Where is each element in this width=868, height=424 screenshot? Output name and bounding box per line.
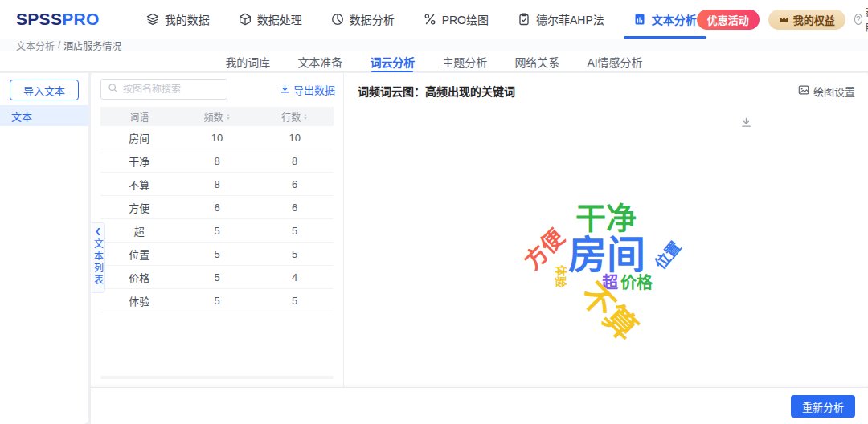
table-row[interactable]: 房间1010 — [100, 126, 334, 149]
value-cell: 8 — [178, 178, 256, 190]
app-logo[interactable]: SPSSPRO — [16, 10, 100, 29]
value-cell: 10 — [256, 132, 334, 144]
top-nav-bar: SPSSPRO 我的数据 数据处理 数据分析 PRO绘图 德尔菲AHP法 文本分… — [0, 0, 868, 39]
table-row[interactable]: 位置55 — [100, 243, 334, 266]
column-word: 词语 — [100, 110, 178, 124]
table-row[interactable]: 干净88 — [100, 149, 334, 173]
table-row[interactable]: 体验55 — [100, 289, 334, 312]
word-cell: 超 — [100, 223, 178, 238]
word-cell: 价格 — [100, 270, 178, 285]
clipboard-check-icon — [518, 13, 530, 26]
sort-icon[interactable]: ▲▼ — [303, 113, 308, 120]
help-button[interactable]: ? 帮助 — [854, 4, 868, 35]
table-row[interactable]: 不算86 — [100, 173, 334, 196]
import-text-button[interactable]: 导入文本 — [10, 80, 79, 100]
value-cell: 5 — [256, 248, 334, 260]
wordcloud-panel: 词频词云图：高频出现的关键词 绘图设置 干净房间方便体验位置超价格不算 — [345, 73, 868, 387]
breadcrumb-separator: / — [58, 39, 60, 51]
breadcrumb: 文本分析 / 酒店服务情况 — [0, 39, 868, 51]
tab-my-dictionary[interactable]: 我的词库 — [225, 51, 270, 72]
sort-icon[interactable]: ▲▼ — [226, 113, 231, 120]
collapse-text-list-button[interactable]: ❮ 文本列表 — [92, 222, 105, 293]
sidebar-item-text[interactable]: 文本 — [0, 105, 88, 126]
export-label: 导出数据 — [293, 82, 335, 97]
wordcloud-word: 干净 — [575, 203, 637, 234]
table-row[interactable]: 超55 — [100, 219, 334, 243]
column-frequency[interactable]: 频数▲▼ — [178, 110, 256, 124]
table-row[interactable]: 方便66 — [100, 196, 334, 219]
word-cell: 方便 — [100, 200, 178, 215]
pie-icon — [331, 13, 344, 26]
word-frequency-panel: 导出数据 词语 频数▲▼ 行数▲▼ 房间1010干净88不算86方便66超55位… — [91, 73, 344, 387]
value-cell: 6 — [256, 178, 334, 190]
value-cell: 5 — [178, 225, 256, 237]
benefits-button[interactable]: 我的权益 — [768, 10, 845, 30]
text-list-sidebar: 导入文本 文本 — [0, 73, 88, 424]
value-cell: 5 — [178, 248, 256, 260]
wordcloud-word: 房间 — [568, 236, 645, 275]
value-cell: 5 — [178, 295, 256, 307]
table-row[interactable]: 价格54 — [100, 266, 334, 289]
nav-item-text-analysis[interactable]: 文本分析 — [633, 0, 697, 39]
question-circle-icon: ? — [854, 14, 862, 25]
table-header: 词语 频数▲▼ 行数▲▼ — [100, 107, 334, 126]
word-cell: 位置 — [100, 247, 178, 262]
main-panel: 导出数据 词语 频数▲▼ 行数▲▼ 房间1010干净88不算86方便66超55位… — [91, 73, 868, 387]
column-rows[interactable]: 行数▲▼ — [256, 110, 334, 124]
tab-wordcloud-analysis[interactable]: 词云分析 — [370, 51, 415, 72]
tab-network-relation[interactable]: 网络关系 — [514, 51, 559, 72]
crown-icon — [779, 14, 789, 26]
nav-label: 数据处理 — [257, 11, 302, 27]
word-cell: 干净 — [100, 153, 178, 169]
nav-item-delphi-ahp[interactable]: 德尔菲AHP法 — [518, 0, 604, 39]
analysis-tabs: 我的词库 文本准备 词云分析 主题分析 网络关系 AI情感分析 — [0, 51, 868, 72]
nav-label: 文本分析 — [652, 11, 697, 27]
value-cell: 5 — [256, 225, 334, 237]
layers-icon — [146, 13, 159, 26]
collapse-label: 文本列表 — [92, 238, 105, 287]
value-cell: 5 — [256, 295, 334, 307]
promo-button[interactable]: 优惠活动 — [697, 10, 760, 30]
tab-topic-analysis[interactable]: 主题分析 — [442, 51, 487, 72]
value-cell: 4 — [256, 271, 334, 283]
tab-ai-sentiment[interactable]: AI情感分析 — [587, 51, 642, 72]
wordcloud-word: 体验 — [555, 265, 567, 287]
download-icon — [280, 84, 290, 96]
main-nav: 我的数据 数据处理 数据分析 PRO绘图 德尔菲AHP法 文本分析 — [146, 0, 697, 39]
search-input[interactable] — [123, 84, 215, 95]
export-data-button[interactable]: 导出数据 — [280, 82, 335, 97]
value-cell: 6 — [256, 202, 334, 214]
search-box[interactable] — [100, 79, 227, 100]
tab-text-preparation[interactable]: 文本准备 — [297, 51, 342, 72]
nav-label: 数据分析 — [350, 11, 395, 27]
breadcrumb-root[interactable]: 文本分析 — [16, 39, 55, 52]
value-cell: 5 — [178, 271, 256, 283]
value-cell: 8 — [256, 155, 334, 167]
word-cell: 不算 — [100, 177, 178, 192]
word-cell: 体验 — [100, 293, 178, 308]
header-right: 优惠活动 我的权益 ? 帮助 ✦ — [697, 4, 868, 35]
wordcloud-word: 位置 — [653, 238, 684, 271]
chevron-left-icon: ❮ — [95, 227, 101, 235]
value-cell: 10 — [178, 132, 256, 144]
word-cell: 房间 — [100, 130, 178, 145]
doc-chart-icon — [633, 13, 646, 26]
benefits-label: 我的权益 — [793, 12, 835, 27]
wordcloud-canvas[interactable]: 干净房间方便体验位置超价格不算 — [345, 73, 868, 387]
nav-item-pro-plot[interactable]: PRO绘图 — [424, 0, 489, 39]
percent-icon — [424, 13, 436, 26]
value-cell: 8 — [178, 155, 256, 167]
value-cell: 6 — [178, 202, 256, 214]
nav-item-my-data[interactable]: 我的数据 — [146, 0, 210, 39]
wordcloud-word: 价格 — [620, 275, 653, 291]
table-body: 房间1010干净88不算86方便66超55位置55价格54体验55 — [100, 126, 334, 312]
search-icon — [108, 82, 118, 96]
nav-label: PRO绘图 — [442, 11, 489, 27]
action-footer: 重新分析 — [91, 387, 868, 424]
nav-label: 德尔菲AHP法 — [536, 11, 604, 27]
rerun-analysis-button[interactable]: 重新分析 — [791, 395, 855, 418]
horizontal-scrollbar[interactable] — [100, 376, 334, 379]
nav-label: 我的数据 — [165, 11, 210, 27]
nav-item-data-processing[interactable]: 数据处理 — [239, 0, 302, 39]
nav-item-data-analysis[interactable]: 数据分析 — [331, 0, 395, 39]
